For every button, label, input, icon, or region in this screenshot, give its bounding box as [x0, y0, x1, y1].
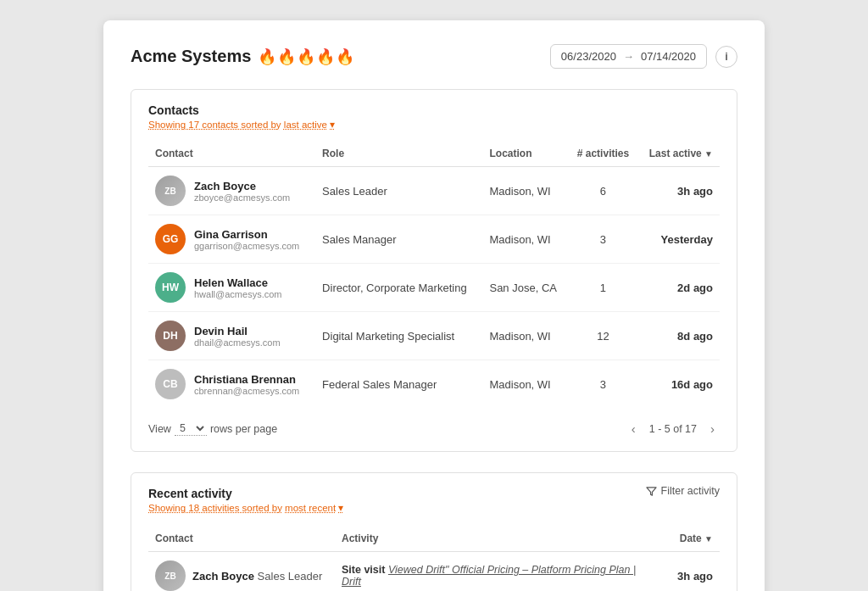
activity-link[interactable]: Viewed Drift" Official Pricing – Platfor… — [342, 564, 636, 588]
company-title: Acme Systems 🔥🔥🔥🔥🔥 — [131, 47, 355, 66]
activity-section-header: Recent activity Showing 18 activities so… — [148, 487, 720, 526]
contact-activities: 6 — [569, 167, 638, 215]
col-last-active[interactable]: Last active ▼ — [637, 142, 720, 167]
activity-description: Site visit Viewed Drift" Official Pricin… — [335, 552, 654, 592]
contacts-table-header: Contact Role Location # activities Last … — [148, 142, 720, 167]
activity-title: Recent activity — [148, 487, 343, 500]
contact-name: Zach Boyce — [194, 180, 290, 192]
contact-location: San Jose, CA — [482, 264, 568, 312]
col-act-contact: Contact — [148, 527, 335, 552]
contacts-table-row[interactable]: ZB Zach Boyce zboyce@acmesys.com Sales L… — [148, 167, 720, 215]
contacts-sort-link[interactable]: last active — [284, 120, 327, 130]
avatar: ZB — [155, 176, 186, 206]
next-page-button[interactable]: › — [705, 420, 720, 438]
activity-table: Contact Activity Date ▼ ZB Zach Boyce Sa… — [148, 527, 720, 591]
activity-contact-cell: ZB Zach Boyce Sales Leader — [155, 560, 328, 591]
contacts-title: Contacts — [148, 103, 720, 117]
info-button[interactable]: i — [715, 46, 737, 68]
contact-location: Madison, WI — [482, 312, 568, 360]
contact-name: Helen Wallace — [194, 276, 281, 289]
contact-location: Madison, WI — [482, 167, 568, 215]
fire-rating-icons: 🔥🔥🔥🔥🔥 — [258, 47, 355, 66]
pagination-left: View 5 10 25 rows per page — [148, 421, 277, 436]
avatar: DH — [155, 321, 186, 351]
contact-email: hwall@acmesys.com — [194, 289, 281, 299]
contact-name: Gina Garrison — [194, 228, 299, 241]
contact-name: Christiana Brennan — [194, 373, 299, 386]
rows-per-page-select[interactable]: 5 10 25 — [175, 421, 207, 436]
contact-location: Madison, WI — [482, 360, 568, 409]
contact-info: Helen Wallace hwall@acmesys.com — [194, 276, 281, 299]
contact-cell: ZB Zach Boyce zboyce@acmesys.com — [155, 176, 309, 206]
contact-info: Zach Boyce zboyce@acmesys.com — [194, 180, 290, 203]
contact-activities: 1 — [569, 264, 638, 312]
contact-email: zboyce@acmesys.com — [194, 192, 290, 203]
contact-last-active: 16d ago — [637, 360, 720, 409]
contact-last-active: 3h ago — [637, 167, 720, 215]
company-name: Acme Systems — [131, 47, 251, 66]
filter-icon — [646, 486, 657, 497]
pagination: View 5 10 25 rows per page ‹ 1 - 5 of 17… — [148, 420, 720, 438]
page-container: Acme Systems 🔥🔥🔥🔥🔥 06/23/2020 → 07/14/20… — [103, 20, 765, 591]
contact-cell: GG Gina Garrison ggarrison@acmesys.com — [155, 224, 309, 254]
contact-role: Federal Sales Manager — [315, 360, 482, 409]
contact-info: Gina Garrison ggarrison@acmesys.com — [194, 228, 299, 251]
col-location: Location — [482, 142, 568, 167]
page-info: 1 - 5 of 17 — [649, 423, 697, 435]
activity-type: Site visit — [342, 564, 385, 576]
date-range[interactable]: 06/23/2020 → 07/14/2020 — [550, 44, 707, 69]
date-start: 06/23/2020 — [561, 50, 616, 63]
col-activities: # activities — [569, 142, 638, 167]
activity-sort-link[interactable]: most recent — [285, 503, 336, 513]
contact-location: Madison, WI — [482, 215, 568, 264]
contact-cell: CB Christiana Brennan cbrennan@acmesys.c… — [155, 369, 309, 399]
contact-activities: 3 — [569, 360, 638, 409]
contacts-table-row[interactable]: GG Gina Garrison ggarrison@acmesys.com S… — [148, 215, 720, 264]
contact-role: Sales Leader — [315, 167, 482, 215]
activity-subtitle: Showing 18 activities sorted by most rec… — [148, 502, 343, 514]
contact-last-active: 8d ago — [637, 312, 720, 360]
activity-contact-role: Sales Leader — [258, 570, 323, 583]
avatar: CB — [155, 369, 186, 399]
contacts-table-row[interactable]: HW Helen Wallace hwall@acmesys.com Direc… — [148, 264, 720, 312]
contacts-table-row[interactable]: DH Devin Hail dhail@acmesys.com Digital … — [148, 312, 720, 360]
col-act-date[interactable]: Date ▼ — [654, 527, 720, 552]
pagination-center: ‹ 1 - 5 of 17 › — [626, 420, 720, 438]
sort-arrow-date-icon: ▼ — [704, 534, 713, 544]
contact-activities: 12 — [569, 312, 638, 360]
prev-page-button[interactable]: ‹ — [626, 420, 641, 438]
activity-contact-name: Zach Boyce — [192, 570, 254, 583]
col-contact: Contact — [148, 142, 315, 167]
contact-role: Sales Manager — [315, 215, 482, 264]
contact-role: Digital Marketing Specialist — [315, 312, 482, 360]
activity-section: Recent activity Showing 18 activities so… — [131, 472, 737, 591]
contact-cell: DH Devin Hail dhail@acmesys.com — [155, 321, 309, 351]
col-act-activity: Activity — [335, 527, 654, 552]
contacts-section: Contacts Showing 17 contacts sorted by l… — [131, 89, 737, 452]
contact-email: dhail@acmesys.com — [194, 337, 281, 348]
contact-last-active: 2d ago — [637, 264, 720, 312]
header: Acme Systems 🔥🔥🔥🔥🔥 06/23/2020 → 07/14/20… — [131, 44, 737, 69]
contacts-table-row[interactable]: CB Christiana Brennan cbrennan@acmesys.c… — [148, 360, 720, 409]
contact-activities: 3 — [569, 215, 638, 264]
avatar: ZB — [155, 560, 186, 591]
filter-activity-button[interactable]: Filter activity — [646, 485, 720, 497]
contact-role: Director, Corporate Marketing — [315, 264, 482, 312]
rows-label: rows per page — [210, 423, 277, 435]
view-label: View — [148, 423, 171, 435]
activity-date: 3h ago — [654, 552, 720, 592]
contacts-table: Contact Role Location # activities Last … — [148, 142, 720, 408]
contact-info: Devin Hail dhail@acmesys.com — [194, 325, 281, 348]
sort-arrow-icon: ▼ — [704, 149, 713, 159]
avatar: HW — [155, 272, 186, 303]
contact-cell: HW Helen Wallace hwall@acmesys.com — [155, 272, 309, 303]
contact-email: ggarrison@acmesys.com — [194, 241, 299, 251]
contact-info: Christiana Brennan cbrennan@acmesys.com — [194, 373, 299, 396]
activity-table-row[interactable]: ZB Zach Boyce Sales Leader Site visit Vi… — [148, 552, 720, 592]
activity-table-header: Contact Activity Date ▼ — [148, 527, 720, 552]
contact-email: cbrennan@acmesys.com — [194, 386, 299, 396]
date-arrow: → — [623, 50, 634, 63]
date-end: 07/14/2020 — [641, 50, 696, 63]
contact-name: Devin Hail — [194, 325, 281, 337]
contact-last-active: Yesterday — [637, 215, 720, 264]
